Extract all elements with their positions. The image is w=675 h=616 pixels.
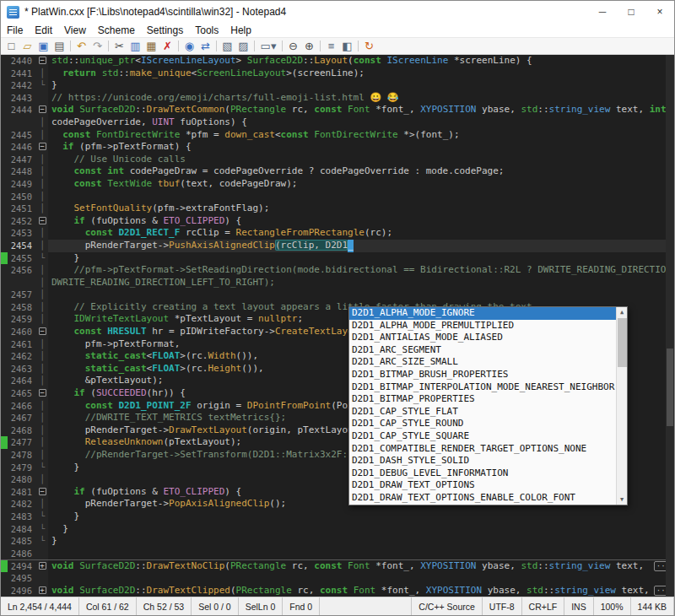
menu-settings[interactable]: Settings: [141, 23, 189, 38]
code-text[interactable]: }: [48, 511, 674, 523]
fold-marker[interactable]: │: [36, 154, 48, 166]
code-text[interactable]: void SurfaceD2D::DrawTextClipped(PRectan…: [48, 585, 674, 597]
code-line[interactable]: 2448│ const int codePageDraw = codePageO…: [1, 165, 674, 178]
word-wrap-button[interactable]: ≡: [323, 39, 339, 54]
code-text[interactable]: DWRITE_READING_DIRECTION_LEFT_TO_RIGHT);: [48, 277, 674, 289]
fold-marker[interactable]: │: [36, 301, 48, 314]
bookmark-marker[interactable]: [1, 252, 8, 265]
line-number[interactable]: [8, 277, 36, 289]
bookmark-margin[interactable]: [1, 473, 8, 486]
bookmark-margin[interactable]: [1, 548, 8, 560]
line-number[interactable]: 2445: [8, 129, 36, 142]
code-text[interactable]: SetFontQuality(pfm->extraFontFlag);: [48, 203, 674, 215]
autocomplete-item[interactable]: D2D1_DRAW_TEXT_OPTIONS_ENABLE_COLOR_FONT: [349, 492, 616, 505]
code-text[interactable]: }: [48, 523, 674, 536]
autocomplete-item[interactable]: D2D1_CAP_STYLE_FLAT: [349, 406, 616, 419]
bookmark-margin[interactable]: [1, 523, 8, 536]
fold-marker[interactable]: │: [36, 165, 48, 178]
line-number[interactable]: 2454: [8, 240, 36, 252]
code-line[interactable]: 2446− if (pfm->pTextFormat) {: [1, 141, 674, 154]
line-number[interactable]: 2457: [8, 289, 36, 301]
fold-marker[interactable]: −: [36, 326, 48, 338]
bookmark-margin[interactable]: [1, 104, 8, 116]
fold-marker[interactable]: −: [36, 486, 48, 499]
code-text[interactable]: pRenderTarget->PushAxisAlignedClip(rcCli…: [48, 240, 674, 252]
code-line[interactable]: 2494+void SurfaceD2D::DrawTextNoClip(PRe…: [1, 559, 674, 572]
code-line[interactable]: │DWRITE_READING_DIRECTION_LEFT_TO_RIGHT)…: [1, 277, 674, 289]
autocomplete-scrollbar[interactable]: ▲ ▼: [616, 307, 627, 505]
line-number[interactable]: 2484: [8, 523, 36, 536]
code-line[interactable]: 2441│ return std::make_unique<ScreenLine…: [1, 68, 674, 80]
line-number[interactable]: 2480: [8, 473, 36, 486]
bookmark-margin[interactable]: [1, 313, 8, 326]
line-number[interactable]: 2467: [8, 412, 36, 424]
menu-scheme[interactable]: Scheme: [92, 23, 141, 38]
code-line[interactable]: 2447│ // Use Unicode calls: [1, 154, 674, 166]
code-text[interactable]: if (pfm->pTextFormat) {: [48, 141, 674, 154]
code-line[interactable]: 2456│ //pfm->pTextFormat->SetReadingDire…: [1, 264, 674, 277]
menu-help[interactable]: Help: [224, 23, 257, 38]
code-line[interactable]: 2495: [1, 572, 674, 585]
bookmark-margin[interactable]: [1, 165, 8, 178]
zoom-out-button[interactable]: ⊖: [285, 39, 301, 54]
status-line-ending[interactable]: CR+LF: [522, 597, 565, 615]
bookmark-margin[interactable]: [1, 498, 8, 511]
autocomplete-item[interactable]: D2D1_ALPHA_MODE_PREMULTIPLIED: [349, 320, 616, 332]
code-text[interactable]: [48, 548, 674, 560]
code-line[interactable]: 2442└}: [1, 79, 674, 92]
bookmark-margin[interactable]: [1, 462, 8, 474]
line-number[interactable]: 2485: [8, 535, 36, 548]
autocomplete-item[interactable]: D2D1_BITMAP_INTERPOLATION_MODE_NEAREST_N…: [349, 381, 616, 394]
line-number[interactable]: 2481: [8, 486, 36, 499]
code-line[interactable]: 2496+void SurfaceD2D::DrawTextClipped(PR…: [1, 585, 674, 597]
bookmark-margin[interactable]: [1, 449, 8, 462]
fold-marker[interactable]: │: [36, 350, 48, 363]
code-line[interactable]: 2484└ }: [1, 523, 674, 536]
code-line[interactable]: │codePageOverride, UINT fuOptions) {: [1, 116, 674, 129]
line-number[interactable]: 2477: [8, 436, 36, 449]
reload-button[interactable]: ↻: [361, 39, 377, 54]
side-panel-button[interactable]: ◧: [339, 39, 355, 54]
fold-marker[interactable]: │: [36, 375, 48, 387]
fold-collapse-icon[interactable]: −: [39, 217, 46, 224]
code-line[interactable]: 2451│ SetFontQuality(pfm->extraFontFlag)…: [1, 203, 674, 215]
bookmark-margin[interactable]: [1, 55, 8, 68]
line-number[interactable]: 2468: [8, 424, 36, 437]
save-file-button[interactable]: ▣: [35, 39, 51, 54]
fold-marker[interactable]: └: [36, 535, 48, 548]
fold-marker[interactable]: −: [36, 387, 48, 400]
line-number[interactable]: 2495: [8, 572, 36, 585]
status-find-count[interactable]: Fnd 0: [283, 597, 320, 615]
fold-marker[interactable]: │: [36, 240, 48, 252]
bookmark-margin[interactable]: [1, 486, 8, 499]
code-line[interactable]: 2450│: [1, 191, 674, 203]
line-number[interactable]: 2451: [8, 203, 36, 215]
fold-expand-icon[interactable]: +: [39, 562, 46, 570]
bookmark-margin[interactable]: [1, 375, 8, 387]
line-number[interactable]: 2449: [8, 178, 36, 191]
fold-marker[interactable]: │: [36, 129, 48, 142]
line-number[interactable]: 2443: [8, 92, 36, 105]
autocomplete-item[interactable]: D2D1_BITMAP_BRUSH_PROPERTIES: [349, 369, 616, 381]
status-overtype-mode[interactable]: INS: [564, 597, 594, 615]
bookmark-margin[interactable]: [1, 79, 8, 92]
code-text[interactable]: // https://unicode.org/emoji/charts/full…: [48, 92, 674, 105]
code-line[interactable]: 2485└}: [1, 535, 674, 548]
code-text[interactable]: void SurfaceD2D::DrawTextCommon(PRectang…: [48, 104, 674, 116]
code-line[interactable]: 2452− if (fuOptions & ETO_CLIPPED) {: [1, 215, 674, 228]
line-number[interactable]: [8, 116, 36, 129]
fold-collapse-icon[interactable]: −: [39, 389, 46, 397]
bookmark-margin[interactable]: [1, 511, 8, 523]
line-number[interactable]: 2452: [8, 215, 36, 228]
bookmark-margin[interactable]: [1, 338, 8, 351]
code-text[interactable]: }: [48, 535, 674, 548]
code-text[interactable]: // Use Unicode calls: [48, 154, 674, 166]
fold-marker[interactable]: │: [36, 264, 48, 277]
code-text[interactable]: std::unique_ptr<IScreenLineLayout> Surfa…: [48, 55, 674, 68]
line-number[interactable]: 2494: [8, 560, 36, 572]
encoding-dropdown-button[interactable]: ▭▾: [257, 39, 279, 54]
line-number[interactable]: 2486: [8, 548, 36, 560]
bookmark-marker[interactable]: [1, 436, 8, 449]
bookmark-margin[interactable]: [1, 363, 8, 376]
status-column[interactable]: Col 61 / 62: [79, 597, 137, 615]
